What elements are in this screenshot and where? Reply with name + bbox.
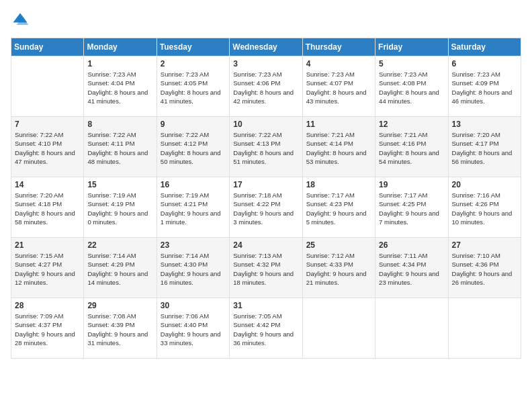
day-header-tuesday: Tuesday	[157, 38, 229, 56]
calendar-table: SundayMondayTuesdayWednesdayThursdayFrid…	[11, 38, 521, 359]
day-info: Sunrise: 7:22 AMSunset: 4:12 PMDaylight:…	[161, 130, 226, 166]
day-number: 18	[306, 180, 371, 189]
week-row-5: 28Sunrise: 7:09 AMSunset: 4:37 PMDayligh…	[11, 298, 521, 359]
day-info: Sunrise: 7:05 AMSunset: 4:42 PMDaylight:…	[233, 312, 298, 347]
day-number: 5	[379, 59, 444, 68]
day-header-saturday: Saturday	[448, 38, 521, 56]
day-number: 28	[15, 301, 80, 310]
day-header-sunday: Sunday	[11, 38, 84, 56]
week-row-3: 14Sunrise: 7:20 AMSunset: 4:18 PMDayligh…	[11, 177, 521, 238]
calendar-cell	[375, 298, 448, 359]
day-number: 17	[233, 180, 298, 189]
week-row-2: 7Sunrise: 7:22 AMSunset: 4:10 PMDaylight…	[11, 117, 521, 177]
day-info: Sunrise: 7:23 AMSunset: 4:04 PMDaylight:…	[87, 70, 152, 105]
day-info: Sunrise: 7:19 AMSunset: 4:21 PMDaylight:…	[161, 191, 226, 226]
day-info: Sunrise: 7:20 AMSunset: 4:17 PMDaylight:…	[452, 130, 517, 166]
day-info: Sunrise: 7:22 AMSunset: 4:11 PMDaylight:…	[87, 130, 152, 166]
day-info: Sunrise: 7:23 AMSunset: 4:08 PMDaylight:…	[379, 70, 444, 105]
day-number: 2	[161, 59, 226, 68]
calendar-header: SundayMondayTuesdayWednesdayThursdayFrid…	[11, 38, 521, 56]
week-row-4: 21Sunrise: 7:15 AMSunset: 4:27 PMDayligh…	[11, 238, 521, 298]
calendar-cell	[448, 298, 521, 359]
day-number: 16	[161, 180, 226, 189]
day-number: 21	[15, 240, 80, 250]
day-number: 22	[87, 240, 152, 250]
calendar-cell: 23Sunrise: 7:14 AMSunset: 4:30 PMDayligh…	[157, 238, 229, 298]
calendar-cell	[302, 298, 375, 359]
day-number: 3	[233, 59, 298, 68]
calendar-cell: 25Sunrise: 7:12 AMSunset: 4:33 PMDayligh…	[302, 238, 375, 298]
calendar-cell: 31Sunrise: 7:05 AMSunset: 4:42 PMDayligh…	[230, 298, 302, 359]
day-info: Sunrise: 7:23 AMSunset: 4:09 PMDaylight:…	[452, 70, 517, 105]
calendar-cell: 17Sunrise: 7:18 AMSunset: 4:22 PMDayligh…	[230, 177, 302, 238]
calendar-cell: 20Sunrise: 7:16 AMSunset: 4:26 PMDayligh…	[448, 177, 521, 238]
day-number: 7	[15, 120, 80, 129]
day-number: 6	[452, 59, 517, 68]
calendar-cell: 16Sunrise: 7:19 AMSunset: 4:21 PMDayligh…	[157, 177, 229, 238]
day-number: 25	[306, 240, 371, 250]
day-info: Sunrise: 7:22 AMSunset: 4:10 PMDaylight:…	[15, 130, 80, 166]
day-info: Sunrise: 7:19 AMSunset: 4:19 PMDaylight:…	[87, 191, 152, 226]
calendar-cell: 27Sunrise: 7:10 AMSunset: 4:36 PMDayligh…	[448, 238, 521, 298]
day-number: 23	[161, 240, 226, 250]
day-number: 10	[233, 120, 298, 129]
calendar-cell: 21Sunrise: 7:15 AMSunset: 4:27 PMDayligh…	[11, 238, 84, 298]
day-number: 31	[233, 301, 298, 310]
day-number: 14	[15, 180, 80, 189]
day-number: 4	[306, 59, 371, 68]
calendar-cell: 1Sunrise: 7:23 AMSunset: 4:04 PMDaylight…	[84, 56, 157, 117]
calendar-cell: 9Sunrise: 7:22 AMSunset: 4:12 PMDaylight…	[157, 117, 229, 177]
calendar-cell: 5Sunrise: 7:23 AMSunset: 4:08 PMDaylight…	[375, 56, 448, 117]
day-info: Sunrise: 7:18 AMSunset: 4:22 PMDaylight:…	[233, 191, 298, 226]
day-number: 30	[161, 301, 226, 310]
day-number: 13	[452, 120, 517, 129]
calendar-cell: 10Sunrise: 7:22 AMSunset: 4:13 PMDayligh…	[230, 117, 302, 177]
day-info: Sunrise: 7:14 AMSunset: 4:30 PMDaylight:…	[161, 251, 226, 287]
calendar-cell: 8Sunrise: 7:22 AMSunset: 4:11 PMDaylight…	[84, 117, 157, 177]
calendar-cell: 7Sunrise: 7:22 AMSunset: 4:10 PMDaylight…	[11, 117, 84, 177]
calendar-cell: 2Sunrise: 7:23 AMSunset: 4:05 PMDaylight…	[157, 56, 229, 117]
day-number: 9	[161, 120, 226, 129]
day-header-thursday: Thursday	[302, 38, 375, 56]
calendar-cell: 19Sunrise: 7:17 AMSunset: 4:25 PMDayligh…	[375, 177, 448, 238]
calendar-cell: 26Sunrise: 7:11 AMSunset: 4:34 PMDayligh…	[375, 238, 448, 298]
logo	[11, 11, 32, 30]
calendar-cell: 3Sunrise: 7:23 AMSunset: 4:06 PMDaylight…	[230, 56, 302, 117]
day-number: 29	[87, 301, 152, 310]
day-info: Sunrise: 7:17 AMSunset: 4:23 PMDaylight:…	[306, 191, 371, 226]
day-number: 1	[87, 59, 152, 68]
day-number: 12	[379, 120, 444, 129]
day-header-monday: Monday	[84, 38, 157, 56]
day-info: Sunrise: 7:09 AMSunset: 4:37 PMDaylight:…	[15, 312, 80, 347]
calendar-cell: 12Sunrise: 7:21 AMSunset: 4:16 PMDayligh…	[375, 117, 448, 177]
page-header	[11, 11, 521, 30]
day-number: 19	[379, 180, 444, 189]
day-number: 8	[87, 120, 152, 129]
calendar-body: 1Sunrise: 7:23 AMSunset: 4:04 PMDaylight…	[11, 56, 521, 359]
day-info: Sunrise: 7:16 AMSunset: 4:26 PMDaylight:…	[452, 191, 517, 226]
calendar-cell: 29Sunrise: 7:08 AMSunset: 4:39 PMDayligh…	[84, 298, 157, 359]
day-info: Sunrise: 7:14 AMSunset: 4:29 PMDaylight:…	[87, 251, 152, 287]
day-info: Sunrise: 7:10 AMSunset: 4:36 PMDaylight:…	[452, 251, 517, 287]
day-info: Sunrise: 7:23 AMSunset: 4:06 PMDaylight:…	[233, 70, 298, 105]
calendar-cell: 15Sunrise: 7:19 AMSunset: 4:19 PMDayligh…	[84, 177, 157, 238]
calendar-cell: 4Sunrise: 7:23 AMSunset: 4:07 PMDaylight…	[302, 56, 375, 117]
day-number: 27	[452, 240, 517, 250]
day-info: Sunrise: 7:22 AMSunset: 4:13 PMDaylight:…	[233, 130, 298, 166]
calendar-cell: 28Sunrise: 7:09 AMSunset: 4:37 PMDayligh…	[11, 298, 84, 359]
calendar-cell: 14Sunrise: 7:20 AMSunset: 4:18 PMDayligh…	[11, 177, 84, 238]
day-header-wednesday: Wednesday	[230, 38, 302, 56]
day-number: 15	[87, 180, 152, 189]
calendar-cell: 30Sunrise: 7:06 AMSunset: 4:40 PMDayligh…	[157, 298, 229, 359]
day-info: Sunrise: 7:20 AMSunset: 4:18 PMDaylight:…	[15, 191, 80, 226]
day-info: Sunrise: 7:23 AMSunset: 4:07 PMDaylight:…	[306, 70, 371, 105]
day-header-friday: Friday	[375, 38, 448, 56]
calendar-cell: 24Sunrise: 7:13 AMSunset: 4:32 PMDayligh…	[230, 238, 302, 298]
day-info: Sunrise: 7:17 AMSunset: 4:25 PMDaylight:…	[379, 191, 444, 226]
day-info: Sunrise: 7:21 AMSunset: 4:16 PMDaylight:…	[379, 130, 444, 166]
day-info: Sunrise: 7:23 AMSunset: 4:05 PMDaylight:…	[161, 70, 226, 105]
day-info: Sunrise: 7:08 AMSunset: 4:39 PMDaylight:…	[87, 312, 152, 347]
day-number: 24	[233, 240, 298, 250]
day-info: Sunrise: 7:12 AMSunset: 4:33 PMDaylight:…	[306, 251, 371, 287]
calendar-cell	[11, 56, 84, 117]
